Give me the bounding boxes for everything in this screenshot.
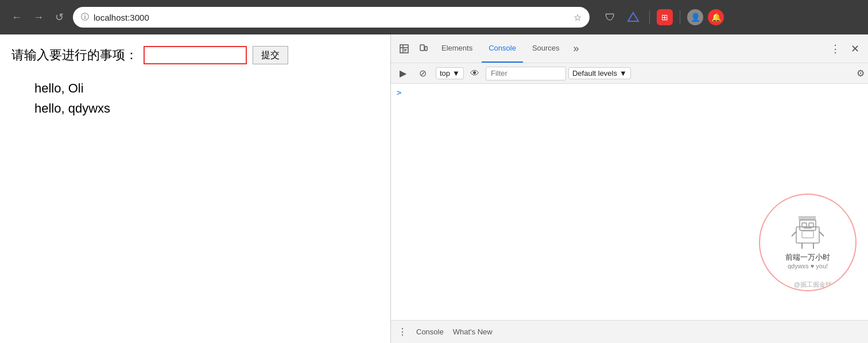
browser-actions: 🛡 ⊞ 👤 🔔 <box>601 8 724 26</box>
tab-sources[interactable]: Sources <box>525 34 567 63</box>
device-icon <box>419 44 428 53</box>
reload-button[interactable]: ↺ <box>53 9 66 26</box>
toolbar-divider2 <box>680 10 680 24</box>
url-input[interactable] <box>94 13 569 22</box>
console-eye-btn[interactable]: 👁 <box>466 65 483 82</box>
form-label: 请输入要进行的事项： <box>11 47 138 64</box>
grid-icon: ⊞ <box>661 13 668 22</box>
svg-rect-9 <box>802 223 807 227</box>
block-icon: ⊘ <box>419 68 427 79</box>
widget-sub-text: qdywxs ♥ you! <box>788 263 828 269</box>
back-icon: ← <box>11 11 22 24</box>
toolbar-divider <box>649 10 650 24</box>
eye-icon: 👁 <box>470 68 479 79</box>
bottom-more-icon[interactable]: ⋮ <box>398 326 407 337</box>
user-profile-btn[interactable]: 👤 <box>687 9 703 25</box>
svg-marker-0 <box>628 13 638 21</box>
execute-script-btn[interactable]: ▶ <box>394 65 412 82</box>
svg-rect-5 <box>420 45 424 51</box>
widget-main-text: 前端一万小时 <box>785 252 830 263</box>
bottom-tab-whats-new[interactable]: What's New <box>453 327 493 336</box>
bottom-tab-console[interactable]: Console <box>416 327 444 336</box>
list-item: hello, Oli <box>34 78 379 98</box>
svg-rect-6 <box>425 47 427 51</box>
forward-icon: → <box>33 11 44 24</box>
forward-button[interactable]: → <box>31 9 46 26</box>
svg-line-29 <box>819 232 824 236</box>
task-input[interactable] <box>144 46 247 64</box>
tab-elements[interactable]: Elements <box>435 34 479 63</box>
inspect-icon <box>400 44 409 53</box>
svg-marker-4 <box>404 49 408 52</box>
browser-chrome: ← → ↺ ⓘ ☆ 🛡 ⊞ 👤 🔔 <box>0 0 868 34</box>
list-item: hello, qdywxs <box>34 98 379 118</box>
vpn-icon <box>627 11 640 24</box>
address-bar[interactable]: ⓘ ☆ <box>73 7 590 28</box>
console-prompt[interactable]: > <box>397 88 401 97</box>
list-items: hello, Oli hello, qdywxs <box>34 78 379 118</box>
star-icon[interactable]: ☆ <box>574 12 582 23</box>
devtools-menu-btn[interactable]: ⋮ <box>827 40 844 57</box>
svg-rect-31 <box>802 231 813 238</box>
execute-icon: ▶ <box>400 68 406 79</box>
back-button[interactable]: ← <box>9 9 24 26</box>
devtools-topbar: Elements Console Sources » ⋮ ✕ <box>391 34 868 63</box>
widget-watermark: @掘工掘金技术社区 <box>794 280 851 289</box>
info-icon: ⓘ <box>81 12 89 22</box>
vpn-btn[interactable] <box>624 8 642 26</box>
device-toggle-button[interactable] <box>415 40 432 57</box>
main-area: 请输入要进行的事项： 提交 hello, Oli hello, qdywxs <box>0 34 868 343</box>
level-dropdown-icon: ▼ <box>619 69 627 78</box>
console-settings-btn[interactable]: ⚙ <box>857 68 865 79</box>
more-tabs-btn[interactable]: » <box>569 40 584 57</box>
page-content: 请输入要进行的事项： 提交 hello, Oli hello, qdywxs <box>0 34 390 343</box>
robot-illustration <box>785 215 831 250</box>
devtools-bottombar: ⋮ Console What's New <box>391 320 868 343</box>
form-row: 请输入要进行的事项： 提交 <box>11 46 379 64</box>
submit-button[interactable]: 提交 <box>253 46 288 64</box>
close-icon: ✕ <box>851 43 859 55</box>
console-filter-input[interactable] <box>486 67 566 80</box>
context-select[interactable]: top ▼ <box>436 67 464 79</box>
devtools-secondbar: ▶ ⊘ top ▼ 👁 Default levels ▼ ⚙ <box>391 63 868 84</box>
context-label: top <box>440 69 450 78</box>
level-select[interactable]: Default levels ▼ <box>568 67 631 79</box>
devtools-close-btn[interactable]: ✕ <box>846 40 863 57</box>
moz-shield-icon: 🛡 <box>605 11 615 24</box>
svg-rect-10 <box>809 223 813 227</box>
svg-line-28 <box>792 232 796 236</box>
notification-btn[interactable]: 🔔 <box>708 9 724 25</box>
reload-icon: ↺ <box>55 11 64 24</box>
overlay-widget: 前端一万小时 qdywxs ♥ you! @掘工掘金技术社区 <box>759 194 857 291</box>
inspect-element-button[interactable] <box>396 40 413 57</box>
devtools-panel: Elements Console Sources » ⋮ ✕ ▶ ⊘ top ▼ <box>390 34 868 343</box>
dropdown-icon: ▼ <box>452 69 460 78</box>
user-icon: 👤 <box>691 13 700 22</box>
console-area[interactable]: > <box>391 84 868 320</box>
extensions-btn[interactable]: ⊞ <box>657 9 673 25</box>
kebab-icon: ⋮ <box>830 43 840 55</box>
notification-icon: 🔔 <box>711 13 721 22</box>
clear-console-btn[interactable]: ⊘ <box>414 65 431 82</box>
level-label: Default levels <box>572 69 617 78</box>
tab-console[interactable]: Console <box>482 34 523 63</box>
moz-shield-btn[interactable]: 🛡 <box>601 8 619 26</box>
